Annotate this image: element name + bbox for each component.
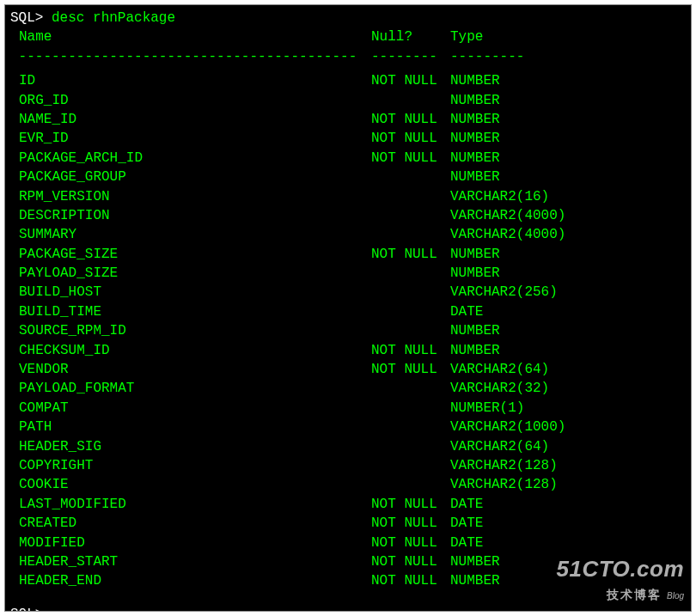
cell-name: MODIFIED bbox=[10, 534, 371, 552]
cell-null: NOT NULL bbox=[371, 534, 450, 552]
cell-name: NAME_ID bbox=[10, 110, 371, 129]
table-row: PACKAGE_GROUPNUMBER bbox=[10, 168, 686, 186]
cell-name: PACKAGE_SIZE bbox=[10, 245, 371, 264]
cell-name: COOKIE bbox=[10, 475, 371, 494]
cell-type: NUMBER bbox=[450, 110, 686, 129]
table-row: PACKAGE_ARCH_IDNOT NULLNUMBER bbox=[10, 149, 686, 168]
sql-terminal[interactable]: SQL> desc rhnPackage Name Null? Type ---… bbox=[4, 4, 692, 612]
cell-type: NUMBER bbox=[450, 245, 686, 264]
cell-null: NOT NULL bbox=[371, 245, 450, 264]
table-row: COPYRIGHTVARCHAR2(128) bbox=[10, 456, 686, 475]
table-row: CHECKSUM_IDNOT NULLNUMBER bbox=[10, 341, 686, 360]
watermark-tag: Blog bbox=[667, 591, 684, 601]
cell-name: CREATED bbox=[10, 514, 371, 533]
table-row: BUILD_HOSTVARCHAR2(256) bbox=[10, 283, 686, 302]
cell-type: NUMBER bbox=[450, 341, 686, 360]
cell-type: VARCHAR2(1000) bbox=[450, 418, 686, 436]
cell-null bbox=[371, 187, 450, 206]
cell-type: NUMBER bbox=[450, 168, 686, 186]
table-row: CREATEDNOT NULLDATE bbox=[10, 514, 686, 533]
footer-prompt-line: SQL> bbox=[10, 605, 686, 612]
cell-name: VENDOR bbox=[10, 360, 371, 379]
table-row: DESCRIPTIONVARCHAR2(4000) bbox=[10, 206, 686, 225]
cell-name: COPYRIGHT bbox=[10, 456, 371, 475]
table-row: VENDORNOT NULLVARCHAR2(64) bbox=[10, 360, 686, 379]
header-null: Null? bbox=[371, 27, 450, 46]
cell-null bbox=[371, 264, 450, 283]
table-row: ORG_IDNUMBER bbox=[10, 91, 686, 110]
cell-type: VARCHAR2(128) bbox=[450, 456, 686, 475]
cell-null bbox=[371, 418, 450, 436]
cell-type: VARCHAR2(16) bbox=[450, 187, 686, 206]
cell-name: CHECKSUM_ID bbox=[10, 341, 371, 360]
table-rows: IDNOT NULLNUMBERORG_IDNUMBERNAME_IDNOT N… bbox=[10, 71, 686, 591]
table-row: PAYLOAD_SIZENUMBER bbox=[10, 264, 686, 283]
cell-type: DATE bbox=[450, 495, 686, 514]
cell-null bbox=[371, 437, 450, 456]
cell-name: HEADER_SIG bbox=[10, 437, 371, 456]
sql-prompt: SQL> bbox=[10, 10, 43, 26]
cell-name: SOURCE_RPM_ID bbox=[10, 321, 371, 340]
table-row: NAME_IDNOT NULLNUMBER bbox=[10, 110, 686, 129]
cell-null: NOT NULL bbox=[371, 71, 450, 90]
cell-type: NUMBER bbox=[450, 129, 686, 148]
table-row: SOURCE_RPM_IDNUMBER bbox=[10, 321, 686, 340]
table-row: IDNOT NULLNUMBER bbox=[10, 71, 686, 90]
table-row: EVR_IDNOT NULLNUMBER bbox=[10, 129, 686, 148]
cell-null bbox=[371, 475, 450, 494]
cell-name: ORG_ID bbox=[10, 91, 371, 110]
cell-name: EVR_ID bbox=[10, 129, 371, 148]
divider-type: --------- bbox=[450, 47, 686, 66]
cell-name: HEADER_START bbox=[10, 552, 371, 571]
cell-name: PACKAGE_GROUP bbox=[10, 168, 371, 186]
table-row: HEADER_SIGVARCHAR2(64) bbox=[10, 437, 686, 456]
cell-null: NOT NULL bbox=[371, 149, 450, 168]
cell-null: NOT NULL bbox=[371, 571, 450, 590]
cell-name: HEADER_END bbox=[10, 571, 371, 590]
cell-type: VARCHAR2(4000) bbox=[450, 206, 686, 225]
cell-type: VARCHAR2(4000) bbox=[450, 225, 686, 244]
header-type: Type bbox=[450, 27, 686, 46]
cell-null: NOT NULL bbox=[371, 495, 450, 514]
cell-null: NOT NULL bbox=[371, 552, 450, 571]
cell-type: NUMBER bbox=[450, 149, 686, 168]
table-row: PACKAGE_SIZENOT NULLNUMBER bbox=[10, 245, 686, 264]
watermark: 51CTO.com 技术博客Blog bbox=[556, 553, 684, 604]
cell-name: BUILD_TIME bbox=[10, 302, 371, 321]
watermark-sub: 技术博客 bbox=[607, 588, 662, 601]
cell-type: NUMBER bbox=[450, 91, 686, 110]
cell-type: VARCHAR2(256) bbox=[450, 283, 686, 302]
table-row: COMPATNUMBER(1) bbox=[10, 399, 686, 418]
cell-name: PATH bbox=[10, 418, 371, 436]
cell-type: DATE bbox=[450, 514, 686, 533]
table-row: COOKIEVARCHAR2(128) bbox=[10, 475, 686, 494]
table-row: LAST_MODIFIEDNOT NULLDATE bbox=[10, 495, 686, 514]
cell-name: PAYLOAD_FORMAT bbox=[10, 379, 371, 398]
cell-name: ID bbox=[10, 71, 371, 90]
cell-type: VARCHAR2(64) bbox=[450, 360, 686, 379]
cell-null bbox=[371, 225, 450, 244]
cell-name: DESCRIPTION bbox=[10, 206, 371, 225]
cell-null bbox=[371, 379, 450, 398]
cell-type: NUMBER bbox=[450, 264, 686, 283]
cell-null bbox=[371, 302, 450, 321]
table-row: SUMMARYVARCHAR2(4000) bbox=[10, 225, 686, 244]
cell-type: DATE bbox=[450, 302, 686, 321]
cell-name: BUILD_HOST bbox=[10, 283, 371, 302]
cell-null bbox=[371, 91, 450, 110]
cell-null bbox=[371, 456, 450, 475]
cell-null bbox=[371, 168, 450, 186]
command-text: desc rhnPackage bbox=[52, 10, 175, 26]
cell-null bbox=[371, 283, 450, 302]
cell-type: DATE bbox=[450, 534, 686, 552]
table-row: PATHVARCHAR2(1000) bbox=[10, 418, 686, 436]
command-line: SQL> desc rhnPackage bbox=[10, 9, 686, 27]
divider-null: -------- bbox=[371, 47, 450, 66]
table-row: RPM_VERSIONVARCHAR2(16) bbox=[10, 187, 686, 206]
cell-type: NUMBER bbox=[450, 71, 686, 90]
table-row: BUILD_TIMEDATE bbox=[10, 302, 686, 321]
cell-name: LAST_MODIFIED bbox=[10, 495, 371, 514]
cell-name: SUMMARY bbox=[10, 225, 371, 244]
cell-null bbox=[371, 321, 450, 340]
cell-name: COMPAT bbox=[10, 399, 371, 418]
